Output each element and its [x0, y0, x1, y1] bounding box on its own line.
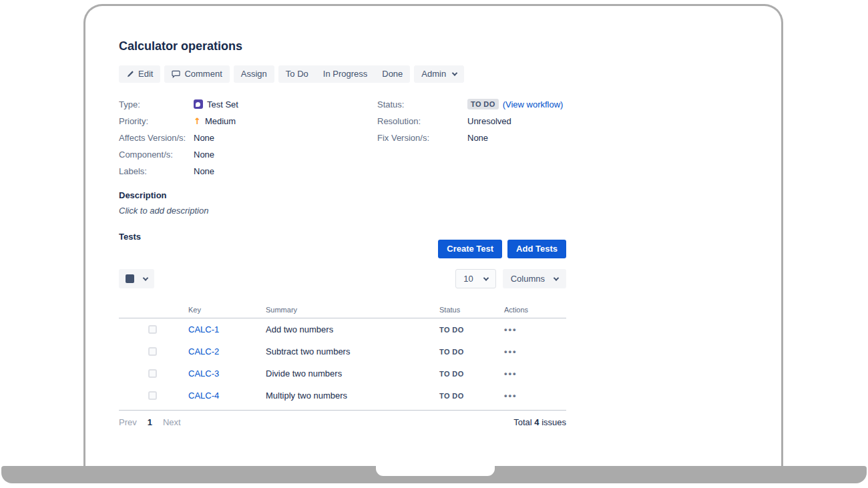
resolution-label: Resolution: — [377, 116, 467, 126]
row-checkbox[interactable] — [148, 369, 157, 378]
page-size-dropdown[interactable]: 10 — [455, 269, 495, 288]
table-row: CALC-1 Add two numbers TO DO ••• — [119, 318, 566, 340]
row-actions-menu-icon[interactable]: ••• — [504, 369, 517, 379]
inprogress-transition-button[interactable]: In Progress — [316, 65, 375, 83]
header-status: Status — [439, 306, 504, 314]
total-issues: Total 4 issues — [513, 417, 566, 427]
next-page-button[interactable]: Next — [163, 417, 181, 427]
issue-key-link[interactable]: CALC-2 — [188, 346, 219, 356]
priority-value: Medium — [205, 116, 236, 126]
header-actions: Actions — [504, 306, 566, 314]
component-label: Component/s: — [119, 150, 194, 160]
status-cell: TO DO — [439, 348, 464, 356]
table-row: CALC-2 Subtract two numbers TO DO ••• — [119, 340, 566, 362]
tests-table-controls: 10 Columns — [119, 269, 566, 288]
description-heading: Description — [119, 190, 167, 200]
view-workflow-link[interactable]: (View workflow) — [503, 99, 564, 109]
select-all-dropdown[interactable] — [119, 269, 154, 288]
laptop-screen: Calculator operations Edit Comment Assig… — [83, 4, 783, 466]
description-placeholder[interactable]: Click to add description — [119, 206, 208, 216]
row-checkbox[interactable] — [148, 391, 157, 400]
resolution-row: Resolution: Unresolved — [377, 115, 566, 127]
row-checkbox[interactable] — [148, 325, 157, 334]
tests-table: Key Summary Status Actions CALC-1 Add tw… — [119, 301, 566, 434]
fix-version-value: None — [467, 133, 488, 143]
tests-table-header: Key Summary Status Actions — [119, 301, 566, 318]
jira-issue-page: Calculator operations Edit Comment Assig… — [85, 6, 781, 466]
summary-cell: Subtract two numbers — [266, 346, 439, 356]
pagination: Prev 1 Next — [119, 417, 181, 427]
issue-key-link[interactable]: CALC-1 — [188, 324, 219, 334]
page-size-value: 10 — [463, 274, 473, 284]
comment-bubble-icon — [172, 70, 180, 78]
chevron-down-icon — [452, 70, 457, 75]
edit-label: Edit — [138, 69, 153, 79]
laptop-base-notch — [376, 466, 495, 476]
add-tests-button[interactable]: Add Tests — [507, 240, 566, 258]
fix-version-label: Fix Version/s: — [377, 133, 467, 143]
labels-row: Labels: None — [119, 165, 377, 177]
columns-label: Columns — [511, 274, 545, 284]
select-all-checkbox-icon — [126, 274, 134, 283]
type-value: Test Set — [207, 99, 238, 109]
header-summary: Summary — [266, 306, 439, 314]
summary-cell: Multiply two numbers — [266, 391, 439, 401]
total-label: Total — [513, 417, 531, 427]
todo-transition-button[interactable]: To Do — [278, 65, 316, 83]
comment-button[interactable]: Comment — [164, 65, 229, 83]
row-actions-menu-icon[interactable]: ••• — [504, 324, 517, 334]
chevron-down-icon — [143, 275, 148, 280]
resolution-value: Unresolved — [467, 116, 511, 126]
details-middle-column: Status: TO DO (View workflow) Resolution… — [377, 98, 566, 148]
current-page[interactable]: 1 — [148, 417, 152, 427]
priority-medium-icon: ↑ — [194, 116, 201, 126]
create-test-button[interactable]: Create Test — [438, 240, 502, 258]
prev-page-button[interactable]: Prev — [119, 417, 137, 427]
columns-dropdown[interactable]: Columns — [503, 269, 566, 288]
table-row: CALC-3 Divide two numbers TO DO ••• — [119, 362, 566, 385]
chevron-down-icon — [554, 275, 559, 280]
details-left-column: Type: Test Set Priority: ↑ Medium Affect… — [119, 98, 377, 182]
affects-version-row: Affects Version/s: None — [119, 132, 377, 144]
assign-button[interactable]: Assign — [234, 65, 274, 83]
labels-value: None — [194, 166, 214, 176]
status-cell: TO DO — [439, 370, 464, 378]
status-row: Status: TO DO (View workflow) — [377, 98, 566, 110]
status-badge: TO DO — [467, 99, 499, 109]
status-cell: TO DO — [439, 326, 464, 334]
component-row: Component/s: None — [119, 148, 377, 160]
row-actions-menu-icon[interactable]: ••• — [504, 346, 517, 356]
done-transition-button[interactable]: Done — [375, 65, 410, 83]
edit-button[interactable]: Edit — [119, 65, 160, 83]
affects-version-label: Affects Version/s: — [119, 133, 194, 143]
comment-label: Comment — [184, 69, 222, 79]
row-actions-menu-icon[interactable]: ••• — [504, 391, 517, 401]
component-value: None — [194, 150, 214, 160]
header-key: Key — [188, 306, 266, 314]
tests-actions: Create Test Add Tests — [119, 240, 566, 258]
test-set-icon — [194, 99, 203, 109]
priority-row: Priority: ↑ Medium — [119, 115, 377, 127]
status-cell: TO DO — [439, 392, 464, 400]
labels-label: Labels: — [119, 166, 194, 176]
admin-dropdown-button[interactable]: Admin — [414, 65, 464, 83]
issue-key-link[interactable]: CALC-3 — [188, 369, 219, 379]
table-row: CALC-4 Multiply two numbers TO DO ••• — [119, 385, 566, 407]
type-label: Type: — [119, 99, 194, 109]
pencil-icon — [126, 70, 134, 78]
chevron-down-icon — [483, 275, 488, 280]
total-count: 4 — [534, 417, 539, 427]
row-checkbox[interactable] — [148, 347, 157, 356]
tests-table-footer: Prev 1 Next Total 4 issues — [119, 410, 566, 434]
priority-label: Priority: — [119, 116, 194, 126]
workflow-button-group: To Do In Progress Done — [278, 65, 411, 83]
assign-label: Assign — [241, 69, 267, 79]
affects-version-value: None — [194, 133, 214, 143]
admin-label: Admin — [421, 69, 446, 79]
type-row: Type: Test Set — [119, 98, 377, 110]
summary-cell: Add two numbers — [266, 324, 439, 334]
status-label: Status: — [377, 99, 467, 109]
issue-key-link[interactable]: CALC-4 — [188, 391, 219, 401]
issue-toolbar: Edit Comment Assign To Do In Progress Do… — [119, 65, 464, 83]
total-suffix: issues — [541, 417, 566, 427]
